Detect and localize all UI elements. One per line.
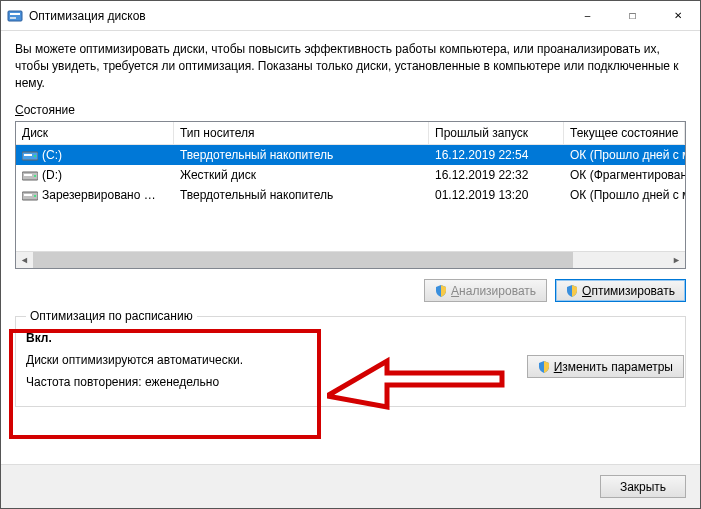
- last-run[interactable]: 16.12.2019 22:54: [429, 145, 564, 165]
- shield-icon: [435, 285, 447, 297]
- column-header[interactable]: Текущее состояние: [564, 122, 685, 145]
- change-settings-label: Изменить параметры: [554, 360, 673, 374]
- column-header[interactable]: Диск: [16, 122, 174, 145]
- optimize-button[interactable]: Оптимизировать: [555, 279, 686, 302]
- scroll-thumb[interactable]: [33, 252, 573, 268]
- column-header[interactable]: Прошлый запуск: [429, 122, 564, 145]
- drive-primary-icon: [22, 149, 38, 161]
- svg-rect-4: [24, 154, 32, 156]
- window-title: Оптимизация дисков: [29, 9, 565, 23]
- minimize-button[interactable]: –: [565, 1, 610, 30]
- svg-rect-0: [8, 11, 22, 21]
- current-state[interactable]: ОК (Прошло дней с момента последней…: [564, 145, 685, 165]
- shield-icon: [538, 361, 550, 373]
- drive-cell[interactable]: (D:): [16, 165, 174, 185]
- drive-name: (D:): [42, 168, 62, 182]
- media-type[interactable]: Твердотельный накопитель: [174, 185, 429, 205]
- scroll-left-icon[interactable]: ◄: [16, 252, 33, 268]
- drives-table[interactable]: ДискТип носителяПрошлый запускТекущее со…: [15, 121, 686, 269]
- current-state[interactable]: ОК (Прошло дней с момента последней…: [564, 185, 685, 205]
- media-type[interactable]: Твердотельный накопитель: [174, 145, 429, 165]
- svg-point-8: [34, 175, 36, 177]
- horizontal-scrollbar[interactable]: ◄ ►: [16, 251, 685, 268]
- current-state[interactable]: ОК (Фрагментировано: 0%): [564, 165, 685, 185]
- maximize-button[interactable]: □: [610, 1, 655, 30]
- svg-rect-1: [10, 13, 20, 15]
- drive-name: (C:): [42, 148, 62, 162]
- schedule-legend: Оптимизация по расписанию: [26, 309, 197, 323]
- close-button[interactable]: Закрыть: [600, 475, 686, 498]
- change-settings-button[interactable]: Изменить параметры: [527, 355, 684, 378]
- svg-rect-10: [24, 194, 32, 196]
- app-icon: [7, 8, 23, 24]
- optimize-label: Оптимизировать: [582, 284, 675, 298]
- analyze-label: Анализировать: [451, 284, 536, 298]
- last-run[interactable]: 16.12.2019 22:32: [429, 165, 564, 185]
- svg-point-5: [34, 155, 36, 157]
- svg-rect-2: [10, 17, 16, 19]
- drive-cell[interactable]: Зарезервировано …: [16, 185, 174, 205]
- svg-point-11: [34, 195, 36, 197]
- last-run[interactable]: 01.12.2019 13:20: [429, 185, 564, 205]
- schedule-enabled: Вкл.: [26, 331, 675, 347]
- analyze-button[interactable]: Анализировать: [424, 279, 547, 302]
- svg-rect-7: [24, 174, 32, 176]
- shield-icon: [566, 285, 578, 297]
- column-header[interactable]: Тип носителя: [174, 122, 429, 145]
- titlebar: Оптимизация дисков – □ ✕: [1, 1, 700, 31]
- media-type[interactable]: Жесткий диск: [174, 165, 429, 185]
- dialog-footer: Закрыть: [1, 464, 700, 508]
- scroll-right-icon[interactable]: ►: [668, 252, 685, 268]
- drive-icon: [22, 169, 38, 181]
- intro-text: Вы можете оптимизировать диски, чтобы по…: [15, 41, 686, 91]
- status-section-label: Состояние: [15, 103, 686, 117]
- drive-name: Зарезервировано …: [42, 188, 156, 202]
- close-label: Закрыть: [620, 480, 666, 494]
- drive-icon: [22, 189, 38, 201]
- close-window-button[interactable]: ✕: [655, 1, 700, 30]
- drive-cell[interactable]: (C:): [16, 145, 174, 165]
